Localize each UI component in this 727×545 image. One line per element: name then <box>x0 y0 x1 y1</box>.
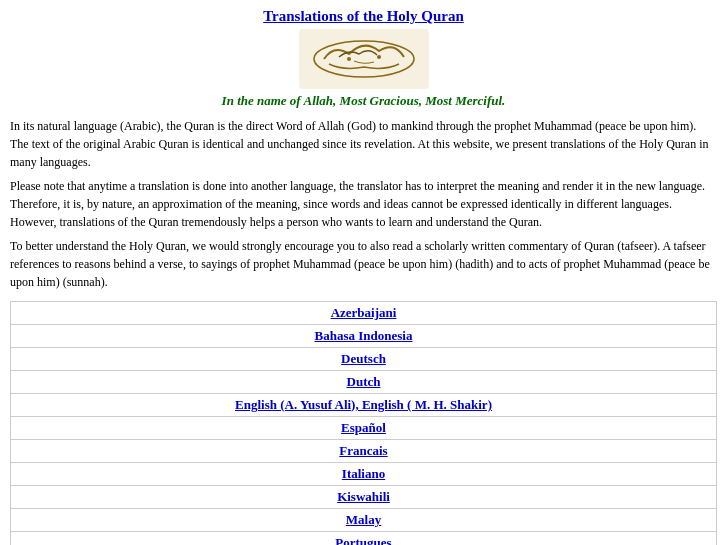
language-link-8[interactable]: Kiswahili <box>337 489 390 504</box>
language-link-10[interactable]: Portugues <box>335 535 391 545</box>
intro-paragraph-2: Please note that anytime a translation i… <box>10 177 717 231</box>
arabic-calligraphy <box>299 29 429 89</box>
language-link-9[interactable]: Malay <box>346 512 381 527</box>
language-link-2[interactable]: Deutsch <box>341 351 386 366</box>
languages-table: AzerbaijaniBahasa IndonesiaDeutschDutchE… <box>10 301 717 545</box>
svg-point-2 <box>347 57 351 61</box>
page-wrapper: Translations of the Holy Quran In the na… <box>0 0 727 545</box>
svg-point-3 <box>377 55 381 59</box>
language-link-1[interactable]: Bahasa Indonesia <box>315 328 413 343</box>
svg-rect-0 <box>299 29 429 89</box>
language-link-3[interactable]: Dutch <box>347 374 381 389</box>
intro-paragraph-3: To better understand the Holy Quran, we … <box>10 237 717 291</box>
language-link-5[interactable]: Español <box>341 420 386 435</box>
title-section: Translations of the Holy Quran <box>10 8 717 25</box>
intro-paragraph-1: In its natural language (Arabic), the Qu… <box>10 117 717 171</box>
language-link-4[interactable]: English (A. Yusuf Ali), English ( M. H. … <box>235 397 492 412</box>
bismillah-text: In the name of Allah, Most Gracious, Mos… <box>10 93 717 109</box>
language-link-0[interactable]: Azerbaijani <box>331 305 397 320</box>
language-link-7[interactable]: Italiano <box>342 466 385 481</box>
language-link-6[interactable]: Francais <box>339 443 387 458</box>
page-title: Translations of the Holy Quran <box>263 8 464 24</box>
